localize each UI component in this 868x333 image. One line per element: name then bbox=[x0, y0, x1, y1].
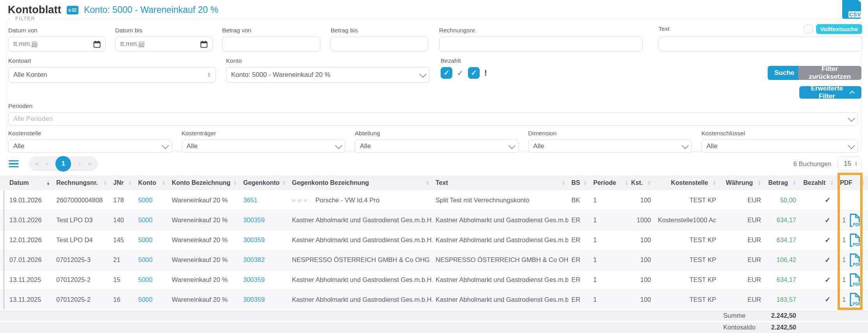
field-label: Perioden bbox=[8, 103, 858, 110]
gegenkonto-link[interactable]: 3651 bbox=[243, 197, 258, 204]
column-header-pdf[interactable]: PDF▲▼ bbox=[837, 175, 868, 190]
page-size-select[interactable]: 15 ▲▼ bbox=[838, 156, 862, 171]
column-header-gegenkonto_bezeichnung[interactable]: Gegenkonto Bezeichnung▲▼ bbox=[289, 175, 432, 190]
sort-icon[interactable]: ▲▼ bbox=[861, 180, 865, 186]
column-header-kostenstelle[interactable]: Kostenstelle▲▼ bbox=[654, 175, 719, 190]
calendar-icon[interactable] bbox=[93, 41, 101, 48]
sort-icon[interactable]: ▲▼ bbox=[162, 180, 165, 186]
sort-icon[interactable]: ▲▼ bbox=[103, 180, 107, 186]
pagination-first[interactable]: « bbox=[35, 160, 39, 167]
sort-icon[interactable]: ▲▼ bbox=[713, 180, 716, 186]
dimension-select[interactable]: Alle bbox=[528, 140, 692, 153]
selected-account-link[interactable]: Konto: 5000 - Wareneinkauf 20 % bbox=[84, 5, 218, 15]
pdf-icon[interactable]: PDF bbox=[849, 214, 860, 227]
sort-icon[interactable]: ▲▼ bbox=[583, 180, 587, 186]
pagination-last[interactable]: » bbox=[88, 160, 92, 167]
pdf-icon[interactable]: PDF bbox=[849, 253, 860, 267]
konto-link[interactable]: 5000 bbox=[138, 216, 153, 223]
cell-datum: 13.11.2025 bbox=[0, 290, 53, 310]
cell-kostenstelle: TEST KP bbox=[654, 290, 719, 310]
table-toolbar: « ‹ 1 › » 6 Buchungen 15 ▲▼ bbox=[0, 152, 868, 175]
suche-button[interactable]: Suche bbox=[768, 66, 801, 80]
sort-icon[interactable]: ▲▼ bbox=[128, 180, 132, 186]
pagination-prev[interactable]: ‹ bbox=[46, 160, 48, 167]
column-header-jnr[interactable]: JNr▲▼ bbox=[110, 175, 135, 190]
column-header-konto_bezeichnung[interactable]: Konto Bezeichnung▲▼ bbox=[169, 175, 240, 190]
betrag-von-input[interactable] bbox=[222, 37, 320, 51]
pagination-current-page[interactable]: 1 bbox=[55, 156, 71, 172]
column-label: PDF bbox=[840, 179, 852, 186]
cell-bs: ER bbox=[568, 230, 590, 250]
gegenkonto-link[interactable]: 300359 bbox=[243, 276, 265, 283]
cell-pdf: 1 PDF bbox=[837, 210, 868, 230]
gegenkonto-link[interactable]: 300382 bbox=[243, 256, 265, 263]
pdf-icon[interactable]: PDF bbox=[849, 293, 860, 306]
column-header-kst[interactable]: Kst.▲▼ bbox=[631, 175, 654, 190]
pdf-icon[interactable]: PDF bbox=[849, 234, 860, 247]
column-header-waehrung[interactable]: Währung▲▼ bbox=[719, 175, 764, 190]
datum-bis-input[interactable]: tt.mm.jjjj bbox=[115, 37, 213, 51]
sort-icon[interactable]: ▲▼ bbox=[426, 180, 429, 186]
perioden-select[interactable]: Alle Perioden bbox=[8, 112, 858, 126]
bezahlt-paid-checkbox[interactable]: ✓ bbox=[441, 67, 452, 79]
field-datum-von: Datum von tt.mm.jjjj bbox=[8, 27, 106, 51]
cell-betrag: 634,17 bbox=[764, 270, 799, 290]
filter-panel: FILTER Datum von tt.mm.jjjj Datum bis tt… bbox=[6, 19, 862, 152]
field-rechnungsnr: Rechnungsnr. bbox=[439, 27, 643, 51]
gegenkonto-link[interactable]: 300359 bbox=[243, 296, 265, 303]
column-header-periode[interactable]: Periode▲▼ bbox=[590, 175, 631, 190]
erweiterte-filter-button[interactable]: Erweiterte Filter bbox=[799, 86, 861, 99]
konto-link[interactable]: 5000 bbox=[138, 197, 153, 204]
column-label: Kostenstelle bbox=[671, 179, 708, 186]
konto-select[interactable]: Konto: 5000 - Wareneinkauf 20 % bbox=[226, 67, 430, 83]
sort-icon[interactable]: ▲▼ bbox=[625, 180, 628, 186]
column-header-betrag[interactable]: Betrag▲▼ bbox=[764, 175, 799, 190]
filter-zuruecksetzen-button[interactable]: Filter zurücksetzen bbox=[798, 66, 861, 80]
column-header-gegenkonto[interactable]: Gegenkonto▲▼ bbox=[240, 175, 289, 190]
menu-icon[interactable] bbox=[9, 160, 19, 168]
konto-link[interactable]: 5000 bbox=[138, 276, 153, 283]
sort-icon[interactable]: ▲▼ bbox=[647, 180, 651, 186]
kostentraeger-select[interactable]: Alle bbox=[181, 140, 345, 153]
konto-link[interactable]: 5000 bbox=[138, 236, 153, 243]
column-header-rechnungsnr[interactable]: Rechnungsnr.▲▼ bbox=[53, 175, 110, 190]
bezahlt-unpaid-checkbox[interactable]: ✓ bbox=[468, 67, 480, 79]
column-header-text[interactable]: Text▲▼ bbox=[432, 175, 568, 190]
konto-link[interactable]: 5000 bbox=[138, 296, 153, 303]
volltextsuche-badge[interactable]: Volltextsuche bbox=[816, 24, 862, 34]
datum-von-input[interactable]: tt.mm.jjjj bbox=[8, 37, 106, 51]
spinner-icon: ▲▼ bbox=[207, 72, 211, 78]
sort-icon[interactable]: ▲▼ bbox=[793, 180, 796, 186]
sort-icon[interactable]: ▲▼ bbox=[282, 180, 286, 186]
text-input[interactable] bbox=[658, 37, 862, 51]
cell-konto_bezeichnung: Wareneinkauf 20 % bbox=[169, 230, 240, 250]
cell-datum: 12.01.2026 bbox=[0, 230, 53, 250]
kostenstelle-select[interactable]: Alle bbox=[8, 140, 172, 153]
pdf-icon[interactable]: PDF bbox=[849, 273, 860, 287]
volltextsuche-checkbox[interactable] bbox=[804, 25, 813, 34]
cell-text: Kastner Abholmarkt und Gastrodienst Ges.… bbox=[432, 290, 568, 310]
column-header-bezahlt[interactable]: Bezahlt▲▼ bbox=[799, 175, 837, 190]
sort-icon[interactable]: ▲▼ bbox=[830, 180, 834, 186]
kontoart-select[interactable]: Alle Konten ▲▼ bbox=[8, 67, 216, 83]
abteilung-select[interactable]: Alle bbox=[355, 140, 519, 153]
column-header-datum[interactable]: Datum▲▼ bbox=[0, 175, 53, 190]
csv-export-button[interactable]: CSV bbox=[842, 0, 861, 19]
konto-link[interactable]: 5000 bbox=[138, 256, 153, 263]
gegenkonto-link[interactable]: 300359 bbox=[243, 216, 265, 223]
cell-betrag: 50,00 bbox=[764, 190, 799, 210]
betrag-bis-input[interactable] bbox=[331, 37, 428, 51]
pagination-next[interactable]: › bbox=[78, 160, 80, 167]
sort-icon[interactable]: ▲▼ bbox=[233, 180, 237, 186]
calendar-icon[interactable] bbox=[200, 41, 208, 48]
column-header-bs[interactable]: BS▲▼ bbox=[568, 175, 590, 190]
cell-konto: 5000 bbox=[135, 230, 169, 250]
rechnungsnr-input[interactable] bbox=[439, 37, 643, 51]
kostenschluessel-select[interactable]: Alle bbox=[701, 140, 858, 153]
sort-icon[interactable]: ▲▼ bbox=[758, 180, 761, 186]
column-header-konto[interactable]: Konto▲▼ bbox=[135, 175, 169, 190]
gegenkonto-link[interactable]: 300359 bbox=[243, 236, 265, 243]
sort-icon[interactable]: ▲▼ bbox=[562, 180, 565, 186]
sort-icon[interactable]: ▲▼ bbox=[46, 180, 50, 186]
cell-periode: 1 bbox=[590, 270, 631, 290]
